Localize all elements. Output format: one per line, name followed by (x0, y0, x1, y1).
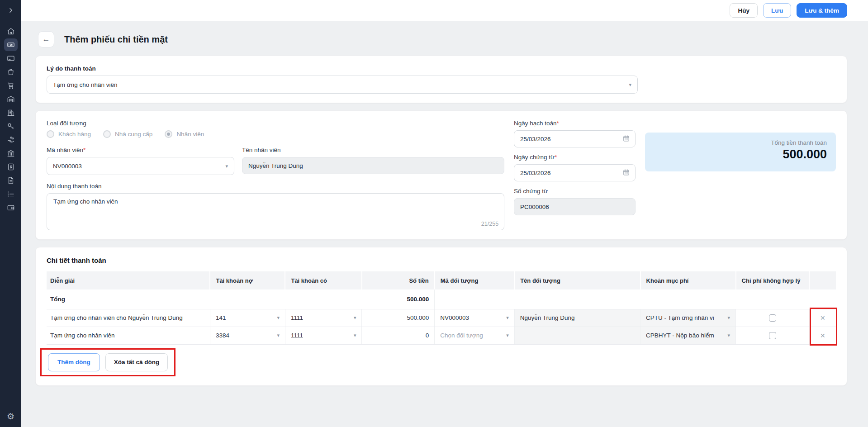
table-header-row: Diễn giải Tài khoản nợ Tài khoản có Số t… (47, 271, 836, 289)
debit-account-value: 3384 (216, 332, 229, 339)
back-button[interactable]: ← (38, 31, 54, 47)
shopping-bag-icon (7, 68, 15, 76)
credit-account-select[interactable]: 1111▾ (285, 327, 361, 344)
sidebar-item-credit-card[interactable] (4, 52, 18, 65)
credit-card-icon (7, 54, 15, 62)
app-root: ⚙ Hủy Lưu Lưu & thêm ← Thêm phiếu chi ti… (0, 0, 868, 427)
col-so-tien: Số tiền (362, 271, 435, 289)
save-and-add-button[interactable]: Lưu & thêm (797, 3, 847, 18)
employee-code-label: Mã nhân viên* (47, 147, 234, 153)
document-icon (7, 176, 15, 185)
warehouse-icon (7, 95, 15, 103)
details-table: Diễn giải Tài khoản nợ Tài khoản có Số t… (47, 271, 836, 345)
calendar-icon (622, 168, 630, 177)
document-date-input[interactable]: 25/03/2026 (514, 164, 636, 181)
annotation-box-row-buttons: Thêm dòng Xóa tất cả dòng (40, 348, 175, 376)
amount-cell[interactable]: 500.000 (362, 309, 435, 327)
col-dien-giai: Diễn giải (47, 271, 210, 289)
sidebar-expand-button[interactable] (0, 0, 21, 21)
invalid-expense-checkbox[interactable] (769, 314, 776, 322)
delete-row-button[interactable]: ✕ (809, 327, 836, 344)
posting-date-label: Ngày hạch toán* (514, 120, 636, 127)
object-name-cell (514, 327, 640, 344)
radio-label: Nhân viên (176, 131, 204, 138)
expense-item-value: CPBHYT - Nộp bảo hiểm (646, 332, 714, 339)
radio-label: Khách hàng (58, 131, 91, 138)
credit-account-select[interactable]: 1111▾ (285, 309, 361, 327)
sidebar-item-cash[interactable] (4, 38, 18, 51)
add-row-button[interactable]: Thêm dòng (48, 353, 100, 371)
total-row-amount: 500.000 (362, 289, 435, 309)
calendar-icon (622, 134, 630, 143)
reason-select[interactable]: Tạm ứng cho nhân viên ▾ (47, 76, 638, 94)
sidebar-item-shopping-bag[interactable] (4, 66, 18, 78)
chevron-down-icon: ▾ (728, 333, 730, 338)
delete-row-button[interactable]: ✕ (809, 309, 836, 327)
sidebar-item-bank[interactable] (4, 147, 18, 160)
delete-all-rows-button[interactable]: Xóa tất cả dòng (105, 353, 168, 371)
sidebar: ⚙ (0, 0, 21, 427)
sidebar-item-document[interactable] (4, 174, 18, 187)
expense-item-select[interactable]: CPBHYT - Nộp bảo hiểm▾ (640, 327, 736, 344)
list-icon (7, 190, 15, 198)
amount-cell[interactable]: 0 (362, 327, 435, 344)
radio-checked-icon (165, 130, 172, 138)
chevron-down-icon: ▾ (506, 333, 509, 338)
main-area: Hủy Lưu Lưu & thêm ← Thêm phiếu chi tiền… (21, 0, 868, 427)
employee-code-select[interactable]: NV000003 ▾ (47, 157, 234, 175)
document-date-field: Ngày chứng từ* 25/03/2026 (514, 154, 636, 181)
reason-card: Lý do thanh toán Tạm ứng cho nhân viên ▾ (35, 56, 847, 103)
document-date-value: 25/03/2026 (520, 170, 551, 176)
invalid-expense-checkbox[interactable] (769, 332, 776, 339)
object-code-select[interactable]: NV000003▾ (435, 309, 514, 327)
employee-name-value: Nguyễn Trung Dũng (248, 162, 303, 169)
radio-icon (103, 130, 111, 138)
expense-item-select[interactable]: CPTU - Tạm ứng nhân vi▾ (640, 309, 736, 327)
sidebar-item-warehouse[interactable] (4, 93, 18, 105)
posting-date-value: 25/03/2026 (520, 136, 551, 142)
required-asterisk: * (555, 154, 557, 161)
sidebar-item-shopping-cart[interactable] (4, 79, 18, 92)
description-cell[interactable]: Tạm ứng cho nhân viên (47, 327, 210, 344)
object-type-radio-group: Khách hàng Nhà cung cấp Nhân viên (47, 130, 504, 138)
payment-content-textarea[interactable]: Tạm ứng cho nhân viên 21/255 (47, 193, 504, 230)
credit-account-value: 1111 (291, 314, 303, 321)
credit-account-value: 1111 (291, 332, 303, 339)
table-row: Tạm ứng cho nhân viên 3384▾ 1111▾ 0 Chọn… (47, 327, 836, 344)
chevron-down-icon: ▾ (629, 82, 631, 87)
col-khoan-muc-phi: Khoản mục phí (640, 271, 736, 289)
sidebar-item-settings[interactable]: ⚙ (0, 406, 21, 427)
office-building-icon (7, 109, 15, 117)
chevron-down-icon: ▾ (277, 315, 280, 320)
sidebar-item-home[interactable] (4, 25, 18, 38)
reason-label: Lý do thanh toán (47, 65, 836, 72)
sidebar-item-wallet[interactable] (4, 201, 18, 214)
radio-nhan-vien: Nhân viên (165, 130, 204, 138)
sidebar-item-invoice[interactable] (4, 161, 18, 173)
sidebar-item-key[interactable] (4, 120, 18, 133)
document-no-input: PC000006 (514, 198, 636, 215)
object-code-select[interactable]: Chọn đối tượng▾ (435, 327, 514, 344)
sidebar-item-company[interactable] (4, 106, 18, 119)
required-asterisk: * (557, 120, 559, 127)
total-amount-box: Tổng tiền thanh toán 500.000 (645, 133, 836, 171)
sidebar-item-hand-coins[interactable] (4, 133, 18, 146)
hand-coins-icon (7, 136, 15, 144)
col-ten-doi-tuong: Tên đối tượng (514, 271, 640, 289)
sidebar-item-list[interactable] (4, 188, 18, 200)
posting-date-input[interactable]: 25/03/2026 (514, 130, 636, 147)
employee-code-value: NV000003 (53, 163, 82, 170)
payment-content-label: Nội dung thanh toán (47, 183, 504, 190)
debit-account-select[interactable]: 3384▾ (210, 327, 285, 344)
total-amount-label: Tổng tiền thanh toán (654, 139, 827, 146)
description-cell[interactable]: Tạm ứng cho nhân viên cho Nguyễn Trung D… (47, 309, 210, 327)
cash-icon (7, 41, 15, 49)
cancel-button[interactable]: Hủy (730, 3, 758, 18)
radio-icon (47, 130, 54, 138)
object-name-cell: Nguyễn Trung Dũng (514, 309, 640, 327)
close-icon: ✕ (820, 314, 825, 322)
details-card: Chi tiết thanh toán Diễn giải Tài khoản … (35, 247, 847, 386)
save-button[interactable]: Lưu (763, 3, 791, 18)
debit-account-select[interactable]: 141▾ (210, 309, 285, 327)
object-type-label: Loại đối tượng (47, 120, 504, 127)
